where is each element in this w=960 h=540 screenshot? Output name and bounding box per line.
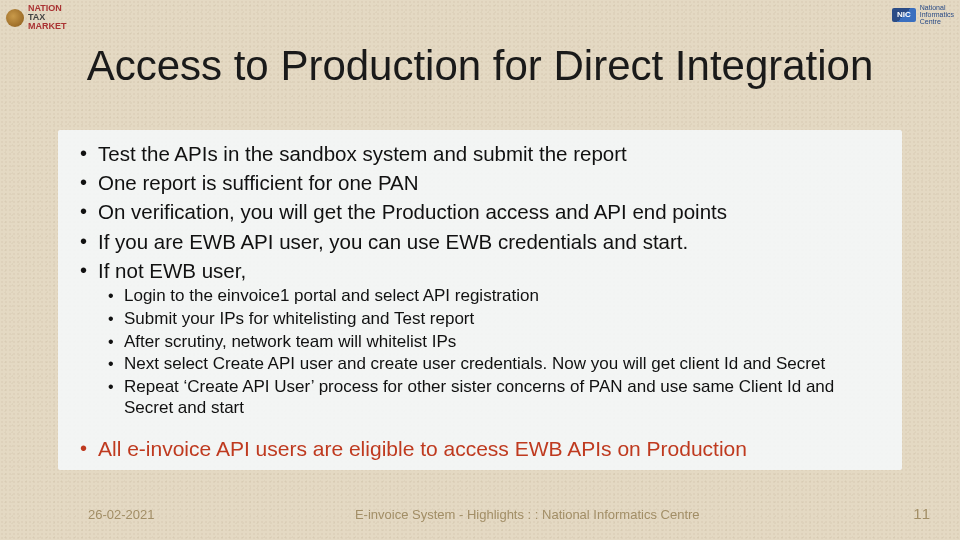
highlight-line: All e-invoice API users are eligible to …: [76, 437, 884, 461]
list-item: Repeat ‘Create API User’ process for oth…: [106, 377, 884, 418]
bullet-text: On verification, you will get the Produc…: [98, 200, 727, 223]
bullet-text: If you are EWB API user, you can use EWB…: [98, 230, 688, 253]
primary-list: Test the APIs in the sandbox system and …: [76, 141, 884, 419]
bullet-text: Submit your IPs for whitelisting and Tes…: [124, 309, 474, 328]
footer: 26-02-2021 E-invoice System - Highlights…: [0, 505, 960, 522]
bullet-text: After scrutiny, network team will whitel…: [124, 332, 456, 351]
list-item: On verification, you will get the Produc…: [76, 199, 884, 225]
emblem-icon: [6, 9, 24, 27]
page-title: Access to Production for Direct Integrat…: [0, 42, 960, 90]
nested-list: Login to the einvoice1 portal and select…: [106, 286, 884, 418]
bullet-text: Test the APIs in the sandbox system and …: [98, 142, 627, 165]
footer-page: 11: [900, 505, 930, 522]
nic-icon: [892, 8, 916, 22]
bullet-text: One report is sufficient for one PAN: [98, 171, 419, 194]
logo-right-line2: Informatics: [920, 11, 954, 18]
list-item: Login to the einvoice1 portal and select…: [106, 286, 884, 307]
list-item: Next select Create API user and create u…: [106, 354, 884, 375]
list-item: One report is sufficient for one PAN: [76, 170, 884, 196]
logo-right-line1: National: [920, 4, 954, 11]
logo-right: National Informatics Centre: [892, 4, 954, 25]
bullet-text: Repeat ‘Create API User’ process for oth…: [124, 377, 834, 417]
list-item: Submit your IPs for whitelisting and Tes…: [106, 309, 884, 330]
footer-center: E-invoice System - Highlights : : Nation…: [155, 507, 901, 522]
logo-right-line3: Centre: [920, 18, 954, 25]
content-box: Test the APIs in the sandbox system and …: [58, 130, 902, 470]
bullet-text: Login to the einvoice1 portal and select…: [124, 286, 539, 305]
logo-left: NATION TAX MARKET: [6, 4, 67, 31]
list-item: After scrutiny, network team will whitel…: [106, 332, 884, 353]
highlight-text: All e-invoice API users are eligible to …: [98, 437, 747, 460]
logo-left-line3: MARKET: [28, 22, 67, 31]
bullet-text: Next select Create API user and create u…: [124, 354, 825, 373]
list-item: If you are EWB API user, you can use EWB…: [76, 229, 884, 255]
list-item: Test the APIs in the sandbox system and …: [76, 141, 884, 167]
bullet-text: If not EWB user,: [98, 259, 246, 282]
footer-date: 26-02-2021: [88, 507, 155, 522]
list-item: If not EWB user, Login to the einvoice1 …: [76, 258, 884, 419]
